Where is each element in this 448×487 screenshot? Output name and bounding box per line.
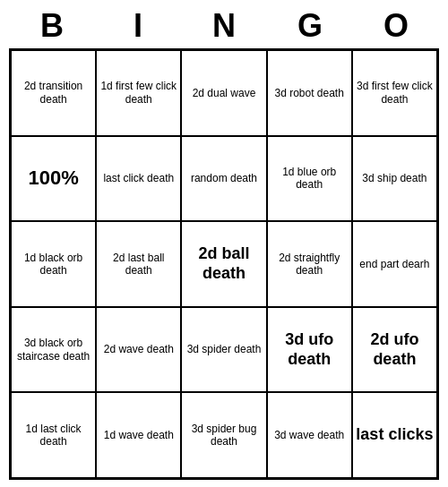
bingo-cell: 2d ball death (181, 221, 266, 307)
bingo-cell: 2d dual wave (181, 50, 266, 136)
bingo-letter: O (357, 7, 435, 45)
bingo-cell: 3d ufo death (267, 307, 352, 393)
bingo-letter: G (271, 7, 349, 45)
bingo-cell: 3d spider death (181, 307, 266, 393)
bingo-cell: 1d last click death (11, 392, 96, 478)
bingo-cell: 1d wave death (96, 392, 181, 478)
bingo-cell: random death (181, 136, 266, 222)
bingo-cell: 3d wave death (267, 392, 352, 478)
bingo-cell: 2d transition death (11, 50, 96, 136)
bingo-letter: N (185, 7, 263, 45)
bingo-cell: 3d ship death (352, 136, 437, 222)
bingo-letter: B (13, 7, 91, 45)
bingo-cell: 3d robot death (267, 50, 352, 136)
bingo-cell: 100% (11, 136, 96, 222)
bingo-cell: 1d blue orb death (267, 136, 352, 222)
bingo-cell: 2d ufo death (352, 307, 437, 393)
bingo-cell: 3d black orb staircase death (11, 307, 96, 393)
bingo-letter: I (99, 7, 177, 45)
bingo-cell: 2d straightfly death (267, 221, 352, 307)
bingo-cell: 3d spider bug death (181, 392, 266, 478)
bingo-cell: 2d last ball death (96, 221, 181, 307)
bingo-grid: 2d transition death1d first few click de… (9, 48, 439, 480)
bingo-cell: end part dearh (352, 221, 437, 307)
bingo-cell: 1d black orb death (11, 221, 96, 307)
bingo-cell: 3d first few click death (352, 50, 437, 136)
bingo-cell: last clicks (352, 392, 437, 478)
bingo-cell: 2d wave death (96, 307, 181, 393)
bingo-cell: 1d first few click death (96, 50, 181, 136)
bingo-header: BINGO (9, 7, 439, 45)
bingo-cell: last click death (96, 136, 181, 222)
